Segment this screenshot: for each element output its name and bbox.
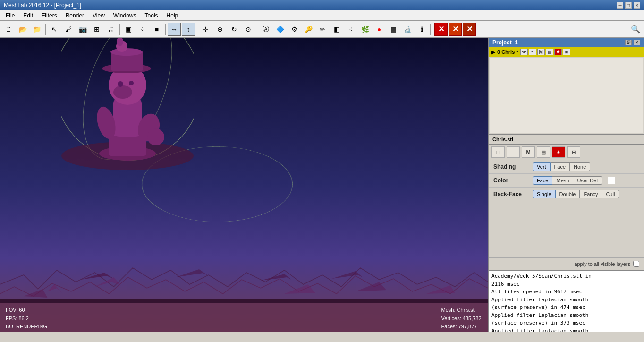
prop-icon-color2[interactable]: ★ (552, 146, 565, 158)
shading-vert-button[interactable]: Vert (533, 162, 551, 171)
scatter-button[interactable]: ⁘ (136, 23, 149, 36)
faces-label: Faces: 797,877 (441, 323, 483, 331)
shading-none-button[interactable]: None (570, 162, 590, 171)
backface-double-button[interactable]: Double (556, 190, 580, 198)
menu-file[interactable]: File (2, 11, 18, 20)
separator-4 (197, 24, 197, 35)
shading-face-button[interactable]: Face (551, 162, 570, 171)
prop-icon-geom[interactable]: □ (491, 146, 505, 158)
plugin2-button[interactable]: ⚙ (288, 23, 301, 36)
log-line-2: All files opened in 9617 msec (491, 288, 641, 296)
translate-y-button[interactable]: ↕ (182, 23, 195, 36)
viewport-status-left: FOV: 60 FPS: 86.2 BO_RENDERING (6, 306, 47, 331)
prop-icon-mesh2[interactable]: M (522, 146, 535, 158)
plugin3-button[interactable]: 🔑 (302, 23, 315, 36)
svg-point-11 (113, 86, 132, 99)
menu-tools[interactable]: Tools (141, 11, 162, 20)
open-folder-button[interactable]: 📁 (30, 23, 43, 36)
menu-render[interactable]: Render (62, 11, 88, 20)
paint-button[interactable]: 🖌 (62, 23, 75, 36)
log-line-6: (surface preserve) in 373 msec (491, 319, 641, 327)
project-panel-header-controls[interactable]: 🗗 ✕ (625, 40, 640, 45)
apply-all-checkbox[interactable] (633, 261, 639, 267)
mesh-name-label: Mesh: Chris.stl (441, 306, 483, 315)
red-x-button-1[interactable]: ✕ (434, 23, 448, 36)
title-bar-controls[interactable]: ─ □ ✕ (617, 2, 640, 9)
square-button[interactable]: ■ (150, 23, 163, 36)
menu-windows[interactable]: Windows (110, 11, 140, 20)
backface-label: Back-Face (493, 191, 529, 197)
menu-edit[interactable]: Edit (19, 11, 37, 20)
layers-button[interactable]: ⊞ (90, 23, 103, 36)
maximize-button[interactable]: □ (625, 2, 632, 9)
right-panel: Project_1 🗗 ✕ ▶ 0 Chris * 👁 ⋯ M ▤ ★ ⊞ (488, 38, 644, 332)
prop-icon-points[interactable]: ⋯ (507, 146, 520, 158)
red-x-button-3[interactable]: ✕ (463, 23, 476, 36)
fps-label: FPS: 86.2 (6, 315, 47, 323)
close-button[interactable]: ✕ (634, 2, 640, 9)
menu-filters[interactable]: Filters (38, 11, 61, 20)
texture-button[interactable]: ◧ (330, 23, 343, 36)
prop-icon-texture2[interactable]: ▤ (537, 146, 550, 158)
layer-eye-icon[interactable]: 👁 (520, 49, 528, 55)
log-panel-container: Academy/Week 5/Scan/Chris.stl in 2116 ms… (489, 270, 644, 332)
select-button[interactable]: ↖ (48, 23, 61, 36)
mesh-button[interactable]: 🌿 (358, 23, 372, 36)
rotate-button[interactable]: ↻ (228, 23, 241, 36)
log-line-7: Applied filter Laplacian smooth (491, 327, 641, 332)
geo-button[interactable]: ▦ (387, 23, 400, 36)
project-panel: Project_1 🗗 ✕ ▶ 0 Chris * 👁 ⋯ M ▤ ★ ⊞ (489, 38, 644, 134)
backface-row: Back-Face Single Double Fancy Cull (489, 188, 644, 201)
project-panel-header: Project_1 🗗 ✕ (489, 38, 644, 47)
apply-row: apply to all visible layers (489, 257, 644, 270)
toolbar: 🗋 📂 📁 ↖ 🖌 📷 ⊞ 🖨 ▣ ⁘ ■ ↔ ↕ ✛ ⊕ ↻ ⊙ Ⓐ 🔷 ⚙ … (0, 21, 644, 38)
snapshot-button[interactable]: 📷 (76, 23, 89, 36)
new-button[interactable]: 🗋 (2, 23, 15, 36)
backface-single-button[interactable]: Single (533, 190, 556, 198)
snap-button[interactable]: ⊙ (242, 23, 255, 36)
info-button[interactable]: ℹ (415, 23, 428, 36)
backface-cull-button[interactable]: Cull (602, 190, 619, 198)
menu-view[interactable]: View (89, 11, 109, 20)
layer-texture-icon[interactable]: ▤ (546, 49, 553, 55)
plugin1-button[interactable]: 🔷 (273, 23, 287, 36)
viewport[interactable]: FOV: 60 FPS: 86.2 BO_RENDERING Mesh: Chr… (0, 38, 488, 332)
crop-button[interactable]: ▣ (122, 23, 135, 36)
svg-point-12 (118, 81, 123, 87)
menu-bar: File Edit Filters Render View Windows To… (0, 10, 644, 21)
panel-restore-button[interactable]: 🗗 (625, 40, 632, 45)
backface-fancy-button[interactable]: Fancy (580, 190, 602, 198)
apply-label: apply to all visible layers (574, 261, 630, 267)
color-userdef-button[interactable]: User-Def (573, 176, 602, 185)
scale-button[interactable]: ⊕ (213, 23, 227, 36)
separator-3 (165, 24, 166, 35)
layer-grid-icon[interactable]: ⊞ (563, 49, 570, 55)
prop-icon-grid2[interactable]: ⊞ (567, 146, 580, 158)
translate-x-button[interactable]: ↔ (168, 23, 181, 36)
layer-color-icon[interactable]: ★ (554, 49, 562, 55)
print-button[interactable]: 🖨 (104, 23, 118, 36)
layer-row[interactable]: ▶ 0 Chris * 👁 ⋯ M ▤ ★ ⊞ (489, 47, 644, 57)
panel-close-button[interactable]: ✕ (634, 40, 640, 45)
status-bar (0, 332, 644, 342)
layer-mesh-icon[interactable]: M (537, 49, 545, 55)
color-swatch[interactable] (608, 177, 615, 184)
properties-icons: □ ⋯ M ▤ ★ ⊞ (489, 145, 644, 160)
menu-help[interactable]: Help (163, 11, 182, 20)
transform-button[interactable]: ✛ (199, 23, 212, 36)
open-button[interactable]: 📂 (16, 23, 29, 36)
shading-btn-group: Vert Face None (533, 162, 590, 171)
red-x-button-2[interactable]: ✕ (449, 23, 462, 36)
svg-point-9 (147, 128, 164, 145)
layer-points-icon[interactable]: ⋯ (529, 49, 536, 55)
minimize-button[interactable]: ─ (617, 2, 623, 9)
red-dot-button[interactable]: ● (373, 23, 386, 36)
scatter2-button[interactable]: ⁖ (344, 23, 357, 36)
filter-button[interactable]: 🔬 (401, 23, 414, 36)
color-face-button[interactable]: Face (533, 176, 552, 185)
color-mesh-button[interactable]: Mesh (552, 176, 573, 185)
log-panel[interactable]: Academy/Week 5/Scan/Chris.stl in 2116 ms… (489, 270, 644, 332)
annotation-button[interactable]: Ⓐ (259, 23, 272, 36)
brush-button[interactable]: ✏ (316, 23, 329, 36)
search-button[interactable]: 🔍 (629, 23, 642, 36)
